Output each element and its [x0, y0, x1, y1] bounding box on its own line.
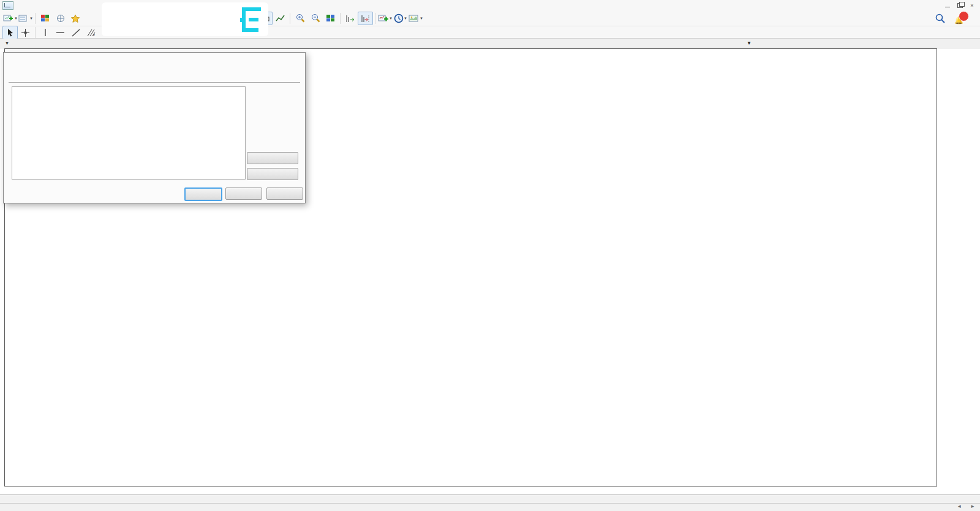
dialog-titlebar[interactable]: [4, 53, 305, 67]
dialog-tabs: [9, 71, 300, 83]
zoom-in-icon[interactable]: [292, 12, 307, 25]
close-icon[interactable]: ×: [967, 2, 978, 10]
parameter-table: [12, 86, 246, 180]
tile-windows-icon[interactable]: [323, 12, 338, 25]
horizontal-line-icon[interactable]: [53, 26, 68, 39]
cursor-icon[interactable]: [2, 26, 18, 39]
toolbar-separator: [35, 27, 36, 38]
crosshair-icon[interactable]: [18, 26, 33, 39]
search-icon[interactable]: [935, 13, 946, 26]
chart-menu-caret-icon[interactable]: ▼: [5, 41, 9, 45]
price-axis: [937, 48, 980, 486]
notification-badge: [959, 11, 969, 21]
chart-titlebar: ▼: [0, 39, 980, 48]
symbol-tabbar: [0, 494, 980, 504]
app-icon: [2, 1, 13, 10]
tab-scroll-arrows: ◄ ►: [957, 504, 975, 509]
periods-icon[interactable]: ▾: [393, 12, 408, 25]
custom-indicator-dialog: [3, 52, 306, 203]
chart-shift-icon[interactable]: [358, 12, 373, 25]
fibonacci-icon[interactable]: c: [83, 26, 99, 39]
ok-button[interactable]: [184, 187, 222, 201]
load-button[interactable]: [247, 152, 298, 164]
window-controls: ×: [942, 2, 978, 10]
statusbar: [0, 503, 980, 511]
toolbar-separator: [340, 13, 341, 24]
indicators-icon[interactable]: ▾: [377, 12, 393, 25]
mt4-window: × ▾ ▾: [0, 0, 980, 511]
time-axis: [0, 486, 937, 494]
timeframe-mn[interactable]: [275, 27, 292, 38]
reset-button[interactable]: [266, 187, 303, 200]
new-chart-icon[interactable]: ▾: [2, 12, 18, 25]
tradingfinder-logo-icon: [236, 6, 263, 34]
market-watch-icon[interactable]: [37, 12, 53, 25]
menu-file[interactable]: [17, 4, 28, 7]
toolbar-separator: [290, 13, 290, 24]
save-button[interactable]: [247, 168, 298, 180]
tradingfinder-logo: [102, 2, 268, 36]
templates-icon[interactable]: ▾: [408, 12, 423, 25]
help-button[interactable]: [263, 55, 273, 65]
svg-text:c: c: [93, 33, 95, 37]
trendline-icon[interactable]: [68, 26, 83, 39]
profiles-icon[interactable]: ▾: [18, 12, 33, 25]
minimize-icon[interactable]: [942, 2, 953, 10]
tab-scroll-right-icon[interactable]: ►: [970, 504, 975, 509]
auto-scroll-icon[interactable]: [342, 12, 358, 25]
notification-bell-icon[interactable]: 🔔: [953, 11, 969, 26]
vertical-line-icon[interactable]: [37, 26, 53, 39]
menu-insert[interactable]: [39, 4, 50, 7]
cancel-button[interactable]: [225, 187, 262, 200]
restore-icon[interactable]: [954, 2, 965, 10]
shift-marker-icon: ▼: [747, 40, 752, 46]
line-chart-icon[interactable]: [273, 12, 288, 25]
toolbar-separator: [375, 13, 375, 24]
zoom-out-icon[interactable]: [307, 12, 323, 25]
toolbar-separator: [35, 13, 36, 24]
dialog-close-icon[interactable]: [287, 54, 298, 65]
favorites-icon[interactable]: [68, 12, 83, 25]
navigator-icon[interactable]: [53, 12, 68, 25]
menu-view[interactable]: [28, 4, 39, 7]
tab-scroll-left-icon[interactable]: ◄: [957, 504, 962, 509]
